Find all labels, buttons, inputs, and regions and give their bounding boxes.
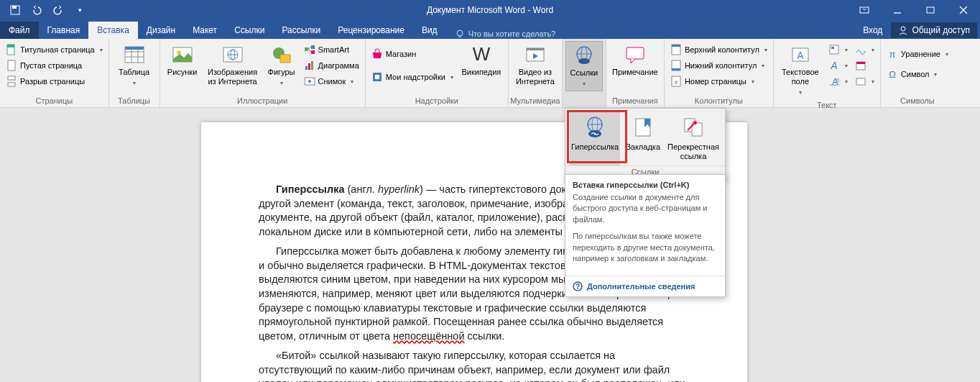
qat-customize-icon[interactable]: ▾ bbox=[70, 1, 89, 19]
tab-insert[interactable]: Вставка bbox=[88, 22, 138, 39]
group-comments: Примечание Примечания bbox=[606, 39, 665, 107]
tab-review[interactable]: Рецензирование bbox=[329, 22, 413, 39]
maximize-icon[interactable] bbox=[914, 0, 947, 20]
pictures-button[interactable]: Рисунки bbox=[163, 41, 202, 79]
svg-point-9 bbox=[901, 27, 905, 31]
tab-home[interactable]: Главная bbox=[39, 22, 89, 39]
redo-icon[interactable] bbox=[49, 1, 68, 19]
link-icon bbox=[573, 44, 596, 67]
page-break-button[interactable]: Разрыв страницы bbox=[3, 74, 106, 88]
undo-icon[interactable] bbox=[27, 1, 46, 19]
group-pages: Титульная страница Пустая страница Разры… bbox=[0, 39, 109, 107]
table-icon bbox=[123, 43, 146, 66]
svg-text:Ω: Ω bbox=[889, 69, 896, 80]
hyperlink-tooltip: Вставка гиперссылки (Ctrl+K) Создание сс… bbox=[565, 174, 726, 297]
svg-rect-58 bbox=[831, 47, 834, 49]
svg-point-22 bbox=[177, 50, 181, 55]
online-video-button[interactable]: Видео из Интернета bbox=[512, 41, 559, 88]
tab-references[interactable]: Ссылки bbox=[226, 22, 273, 39]
pictures-icon bbox=[171, 43, 194, 66]
tab-view[interactable]: Вид bbox=[413, 22, 446, 39]
lightbulb-icon bbox=[455, 29, 465, 39]
svg-rect-57 bbox=[830, 45, 838, 54]
textbox-button[interactable]: A Текстовое поле▾ bbox=[777, 41, 824, 99]
svg-rect-31 bbox=[311, 50, 315, 54]
ribbon-options-icon[interactable] bbox=[848, 0, 881, 20]
comment-button[interactable]: Примечание bbox=[609, 41, 661, 79]
svg-rect-1 bbox=[12, 6, 17, 9]
group-pages-label: Страницы bbox=[0, 95, 108, 107]
svg-line-33 bbox=[308, 49, 311, 52]
shapes-button[interactable]: Фигуры▾ bbox=[264, 41, 300, 90]
wikipedia-button[interactable]: W Википедия bbox=[458, 41, 505, 79]
share-button[interactable]: Общий доступ bbox=[891, 22, 977, 38]
group-media: Видео из Интернета Мультимедиа bbox=[509, 39, 563, 107]
svg-text:A: A bbox=[830, 60, 837, 71]
svg-text:π: π bbox=[889, 49, 895, 60]
tab-design[interactable]: Дизайн bbox=[138, 22, 184, 39]
svg-rect-52 bbox=[672, 68, 680, 71]
svg-rect-65 bbox=[856, 62, 865, 64]
quick-access-toolbar: ▾ bbox=[0, 1, 89, 19]
hyperlink-icon bbox=[582, 114, 608, 140]
equation-button[interactable]: πУравнение bbox=[884, 47, 951, 61]
group-headerfooter-label: Колонтитулы bbox=[665, 95, 773, 107]
datetime-button[interactable] bbox=[852, 58, 877, 73]
cover-page-button[interactable]: Титульная страница bbox=[3, 42, 106, 57]
svg-rect-14 bbox=[8, 83, 15, 86]
group-text: A Текстовое поле▾ A A Текст bbox=[774, 39, 881, 107]
svg-point-38 bbox=[308, 80, 311, 83]
object-button[interactable] bbox=[852, 74, 877, 88]
header-button[interactable]: Верхний колонтитул bbox=[667, 42, 770, 57]
wikipedia-icon: W bbox=[470, 43, 493, 66]
ribbon: Титульная страница Пустая страница Разры… bbox=[0, 39, 980, 108]
datetime-icon bbox=[855, 60, 866, 71]
svg-rect-36 bbox=[311, 61, 313, 70]
tab-layout[interactable]: Макет bbox=[184, 22, 226, 39]
online-pictures-icon bbox=[221, 43, 244, 66]
hyperlink-button[interactable]: Гиперссылка bbox=[570, 112, 620, 165]
store-button[interactable]: Магазин bbox=[369, 47, 456, 61]
blank-page-button[interactable]: Пустая страница bbox=[3, 58, 106, 73]
minimize-icon[interactable] bbox=[881, 0, 914, 20]
dropcap-button[interactable]: A bbox=[826, 74, 851, 88]
svg-rect-43 bbox=[527, 48, 544, 50]
svg-point-47 bbox=[578, 58, 590, 64]
svg-rect-4 bbox=[927, 7, 934, 13]
group-illustrations: Рисунки Изображения из Интернета Фигуры▾… bbox=[160, 39, 366, 107]
tab-file[interactable]: Файл bbox=[0, 22, 39, 39]
save-icon[interactable] bbox=[6, 1, 24, 19]
svg-rect-50 bbox=[672, 45, 680, 47]
svg-rect-30 bbox=[311, 45, 315, 49]
tab-mailings[interactable]: Рассылки bbox=[273, 22, 329, 39]
tell-me[interactable]: Что вы хотите сделать? bbox=[446, 29, 556, 39]
online-pictures-button[interactable]: Изображения из Интернета bbox=[203, 41, 262, 88]
screenshot-button[interactable]: Снимок bbox=[301, 74, 362, 88]
crossref-button[interactable]: Перекрестная ссылка bbox=[666, 112, 721, 165]
quick-parts-button[interactable] bbox=[826, 42, 851, 57]
group-links: Ссылки▾ Ссылки bbox=[563, 39, 606, 107]
textbox-icon: A bbox=[789, 43, 812, 66]
symbol-button[interactable]: ΩСимвол bbox=[884, 67, 951, 81]
header-icon bbox=[670, 44, 682, 55]
group-illustrations-label: Иллюстрации bbox=[160, 95, 365, 107]
table-button[interactable]: Таблица▾ bbox=[112, 41, 157, 90]
group-comments-label: Примечания bbox=[606, 95, 664, 107]
tooltip-more-link[interactable]: ? Дополнительные сведения bbox=[565, 276, 725, 296]
signature-button[interactable] bbox=[852, 42, 877, 57]
footer-button[interactable]: Нижний колонтитул bbox=[667, 58, 770, 73]
svg-rect-12 bbox=[8, 60, 15, 71]
login-link[interactable]: Вход bbox=[854, 22, 891, 39]
chart-button[interactable]: Диаграмма bbox=[301, 58, 362, 73]
footer-icon bbox=[670, 60, 682, 71]
wordart-button[interactable]: A bbox=[826, 58, 851, 73]
svg-rect-48 bbox=[627, 47, 644, 59]
page-number-button[interactable]: #Номер страницы bbox=[667, 74, 770, 88]
my-addins-button[interactable]: Мои надстройки bbox=[369, 70, 456, 84]
bookmark-button[interactable]: Закладка bbox=[620, 112, 666, 165]
links-split-button[interactable]: Ссылки▾ bbox=[565, 41, 603, 91]
smartart-button[interactable]: SmartArt bbox=[301, 42, 362, 57]
close-icon[interactable] bbox=[947, 0, 980, 20]
tooltip-title: Вставка гиперссылки (Ctrl+K) bbox=[565, 175, 725, 192]
share-label: Общий доступ bbox=[912, 25, 970, 35]
